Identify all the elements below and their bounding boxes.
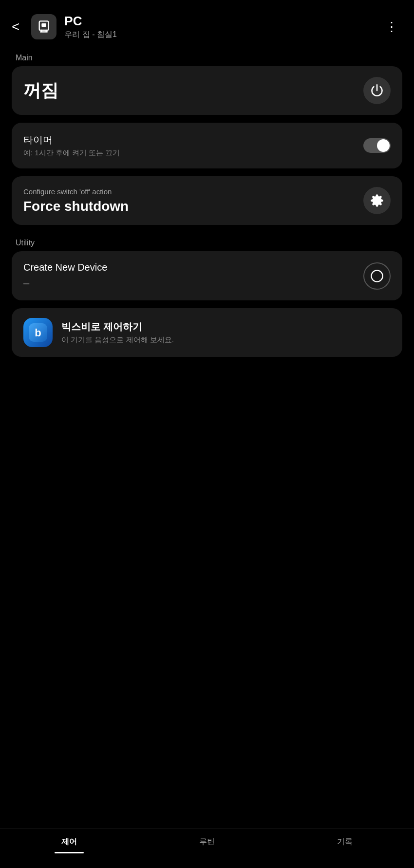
switch-off-value: Force shutdown (23, 199, 363, 214)
app-header: < PC 우리 집 - 침실1 ⋮ (0, 0, 414, 48)
nav-item-routine[interactable]: 루틴 (138, 837, 276, 853)
svg-point-2 (371, 270, 382, 281)
timer-toggle[interactable] (363, 138, 391, 153)
main-section-label: Main (0, 48, 414, 66)
bixby-card[interactable]: b 빅스비로 제어하기 이 기기를 음성으로 제어해 보세요. (12, 308, 402, 357)
nav-label-routine: 루틴 (199, 837, 215, 847)
svg-text:b: b (35, 327, 41, 339)
header-info: PC 우리 집 - 침실1 (64, 14, 374, 40)
power-card[interactable]: 꺼짐 (12, 66, 402, 115)
device-location: 우리 집 - 침실1 (64, 30, 374, 40)
bixby-subtitle: 이 기기를 음성으로 제어해 보세요. (61, 335, 174, 345)
timer-card-left: 타이머 예: 1시간 후에 켜기 또는 끄기 (23, 133, 363, 158)
nav-label-history: 기록 (337, 837, 353, 847)
nav-underline-history (330, 852, 359, 853)
power-card-left: 꺼짐 (23, 79, 363, 103)
page-title: PC (64, 14, 374, 29)
power-status-text: 꺼짐 (23, 79, 363, 103)
more-options-button[interactable]: ⋮ (381, 18, 402, 37)
bixby-info: 빅스비로 제어하기 이 기기를 음성으로 제어해 보세요. (61, 320, 174, 345)
power-button[interactable] (363, 77, 391, 104)
create-device-title: Create New Device (23, 262, 363, 273)
settings-button[interactable] (363, 187, 391, 214)
utility-section-label: Utility (0, 233, 414, 251)
nav-underline-control (55, 852, 84, 853)
bixby-icon: b (23, 318, 53, 347)
create-device-card[interactable]: Create New Device – (12, 251, 402, 300)
create-device-left: Create New Device – (23, 262, 363, 290)
svg-rect-1 (42, 23, 46, 27)
bixby-title: 빅스비로 제어하기 (61, 320, 174, 333)
main-content: Main 꺼짐 타이머 예: 1시간 후에 켜기 또는 끄기 Configure… (0, 48, 414, 423)
toggle-knob (377, 139, 390, 152)
nav-label-control: 제어 (61, 837, 77, 847)
nav-item-history[interactable]: 기록 (276, 837, 414, 853)
nav-underline-routine (192, 852, 222, 853)
switch-off-label: Configure switch 'off' action (23, 187, 363, 196)
timer-subtitle: 예: 1시간 후에 켜기 또는 끄기 (23, 148, 363, 158)
switch-off-card[interactable]: Configure switch 'off' action Force shut… (12, 176, 402, 225)
create-device-dash: – (23, 277, 363, 290)
create-device-button[interactable] (363, 262, 391, 290)
timer-card[interactable]: 타이머 예: 1시간 후에 켜기 또는 끄기 (12, 123, 402, 168)
back-button[interactable]: < (8, 17, 23, 37)
nav-item-control[interactable]: 제어 (0, 837, 138, 853)
timer-title: 타이머 (23, 133, 363, 147)
device-icon (31, 14, 56, 39)
bottom-nav: 제어 루틴 기록 (0, 829, 414, 868)
